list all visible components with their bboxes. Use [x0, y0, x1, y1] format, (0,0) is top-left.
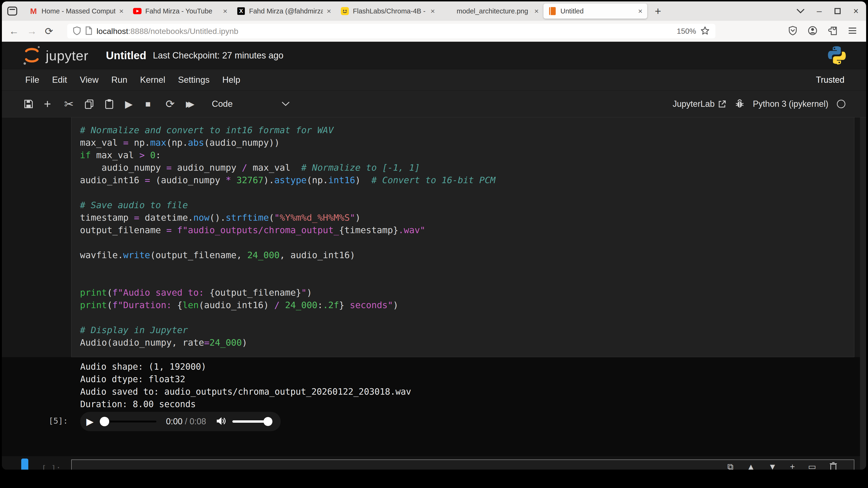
bookmark-star-icon[interactable] — [700, 26, 710, 36]
code-line — [80, 274, 854, 286]
delete-cell-icon[interactable] — [829, 462, 837, 469]
menu-item-view[interactable]: View — [73, 75, 105, 85]
tab-list: MHome - Massed Compute×Fahd Mirza - YouT… — [25, 1, 647, 21]
restart-run-all-icon[interactable]: ▶▶ — [186, 99, 206, 109]
browser-tab-1[interactable]: MHome - Massed Compute× — [25, 3, 128, 19]
restart-kernel-icon[interactable]: ⟳ — [165, 98, 186, 110]
zoom-level-indicator[interactable]: 150% — [677, 27, 696, 36]
move-cell-down-icon[interactable]: ▼ — [768, 462, 777, 469]
code-line: audio_int16 = (audio_numpy * 32767).asty… — [80, 174, 854, 187]
insert-cell-below-icon[interactable]: ▭ — [808, 462, 816, 469]
save-icon[interactable] — [24, 99, 44, 109]
tab-close-icon[interactable]: × — [534, 7, 539, 15]
list-all-tabs-chevron-icon[interactable] — [797, 8, 805, 14]
site-info-page-icon[interactable] — [85, 26, 92, 36]
huggingface-icon — [341, 7, 349, 15]
output-line: Duration: 8.00 seconds — [80, 398, 411, 411]
browser-tab-4[interactable]: FlashLabs/Chroma-4B - H× — [336, 3, 440, 19]
jupyter-book-icon — [548, 7, 557, 15]
code-line: timestamp = datetime.now().strftime("%Y%… — [80, 212, 854, 224]
next-cell-editor[interactable]: ⧉ ▲ ▼ + ▭ — [71, 459, 854, 469]
tab-title: Home - Massed Compute — [41, 7, 115, 15]
code-line: wavfile.write(output_filename, 24_000, a… — [80, 249, 854, 261]
code-line: # Display in Jupyter — [80, 324, 854, 336]
massed-compute-icon: M — [29, 7, 38, 15]
menu-item-run[interactable]: Run — [105, 75, 134, 85]
kernel-name-label[interactable]: Python 3 (ipykernel) — [753, 99, 828, 109]
notebook-title[interactable]: Untitled — [106, 49, 146, 62]
url-address-field[interactable]: localhost:8888/notebooks/Untitled.ipynb … — [67, 24, 715, 38]
browser-tab-2[interactable]: Fahd Mirza - YouTube× — [128, 3, 232, 19]
window-close-button[interactable]: × — [854, 6, 859, 16]
code-line: audio_numpy = audio_numpy / max_val # No… — [80, 161, 854, 174]
volume-thumb[interactable] — [264, 417, 272, 426]
cell-type-label: Code — [212, 99, 232, 109]
browser-window: MHome - Massed Compute×Fahd Mirza - YouT… — [2, 1, 866, 469]
volume-slider[interactable] — [232, 417, 272, 426]
tab-close-icon[interactable]: × — [223, 7, 227, 15]
play-icon[interactable]: ▶ — [86, 417, 94, 426]
window-minimize-button[interactable]: – — [817, 6, 822, 16]
code-line: print(f"Audio saved to: {output_filename… — [80, 286, 854, 299]
speaker-icon[interactable] — [216, 416, 226, 427]
reload-button-icon[interactable]: ⟳ — [45, 26, 53, 37]
menu-item-edit[interactable]: Edit — [46, 75, 73, 85]
menu-item-settings[interactable]: Settings — [172, 75, 216, 85]
notebook-area: # Normalize and convert to int16 format … — [2, 118, 866, 469]
tab-close-icon[interactable]: × — [327, 7, 331, 15]
code-content: # Normalize and convert to int16 format … — [80, 124, 854, 349]
output-prompt: [5]: — [49, 416, 68, 426]
seek-thumb[interactable] — [100, 417, 109, 426]
code-line: max_val = np.max(np.abs(audio_numpy)) — [80, 136, 854, 149]
account-icon[interactable] — [808, 26, 817, 36]
back-button-icon[interactable]: ← — [9, 26, 19, 37]
menu-item-kernel[interactable]: Kernel — [134, 75, 172, 85]
menu-hamburger-icon[interactable] — [848, 27, 857, 36]
browser-tab-6[interactable]: Untitled× — [544, 3, 647, 19]
jupyter-wordmark: jupyter — [46, 47, 88, 63]
tab-close-icon[interactable]: × — [431, 7, 435, 15]
new-tab-button[interactable]: + — [652, 5, 663, 18]
kernel-status-icon[interactable] — [837, 100, 845, 108]
url-host: localhost — [96, 27, 128, 36]
browser-tab-5[interactable]: model_architecture.png (PN× — [440, 3, 544, 19]
browser-tab-3[interactable]: XFahd Mirza (@fahdmirza× — [232, 3, 336, 19]
browser-action-icons — [788, 26, 859, 36]
open-in-jupyterlab-link[interactable]: JupyterLab — [673, 99, 726, 109]
notebook-scrollbar[interactable] — [860, 118, 866, 469]
menu-item-help[interactable]: Help — [216, 75, 247, 85]
tracking-shield-icon[interactable] — [73, 26, 81, 36]
paste-cell-icon[interactable] — [105, 99, 125, 109]
cell-type-dropdown[interactable]: Code — [212, 99, 290, 109]
stop-kernel-icon[interactable]: ■ — [145, 99, 165, 109]
tab-close-icon[interactable]: × — [119, 7, 124, 15]
menu-item-file[interactable]: File — [19, 75, 46, 85]
cut-cell-icon[interactable]: ✂ — [64, 97, 85, 110]
trusted-status-label[interactable]: Trusted — [816, 75, 844, 85]
copy-cell-icon[interactable] — [85, 99, 105, 109]
code-cell-editor[interactable]: # Normalize and convert to int16 format … — [71, 118, 854, 357]
duplicate-cell-icon[interactable]: ⧉ — [727, 462, 734, 469]
next-cell-region: [ ]: ⧉ ▲ ▼ + ▭ — [2, 456, 866, 469]
selected-cell-indicator — [21, 459, 28, 469]
audio-player[interactable]: ▶ 0:00 / 0:08 — [80, 412, 281, 431]
menu-items: FileEditViewRunKernelSettingsHelp — [19, 75, 247, 85]
tab-close-icon[interactable]: × — [638, 7, 643, 15]
toolbar-right: JupyterLab Python 3 (ipykernel) — [673, 99, 845, 109]
cell-output-area: Audio shape: (1, 192000)Audio dtype: flo… — [2, 357, 866, 456]
extensions-puzzle-icon[interactable] — [828, 26, 837, 36]
jupyterlab-label: JupyterLab — [673, 99, 715, 109]
output-line: Audio dtype: float32 — [80, 373, 411, 385]
add-cell-icon[interactable]: + — [44, 97, 64, 111]
move-cell-up-icon[interactable]: ▲ — [747, 462, 755, 469]
shield-permissions-icon[interactable] — [788, 26, 797, 36]
browser-navigation-bar: ← → ⟳ localhost:8888/notebooks/Untitled.… — [2, 21, 866, 42]
insert-cell-above-icon[interactable]: + — [790, 462, 795, 469]
debugger-bug-icon[interactable] — [735, 99, 744, 109]
forward-button-icon[interactable]: → — [27, 26, 37, 37]
seek-slider[interactable] — [100, 417, 156, 426]
code-line — [80, 187, 854, 199]
firefox-view-icon[interactable] — [6, 5, 19, 17]
run-cell-icon[interactable]: ▶ — [125, 98, 145, 110]
window-maximize-button[interactable] — [834, 7, 841, 14]
